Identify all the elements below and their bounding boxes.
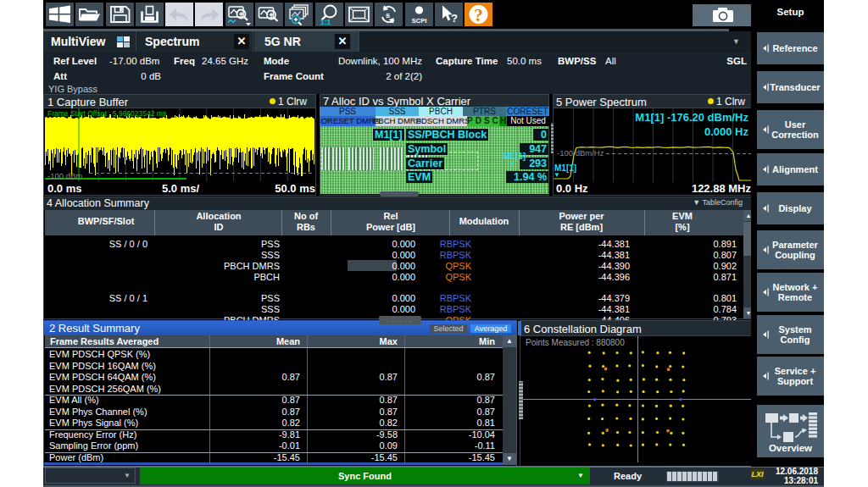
svg-text:SCPI: SCPI [412, 17, 427, 25]
svg-text:1:1: 1:1 [320, 18, 331, 26]
svg-text:?: ? [474, 5, 483, 25]
svg-text:s: s [386, 11, 390, 19]
svg-text:?: ? [451, 12, 458, 25]
